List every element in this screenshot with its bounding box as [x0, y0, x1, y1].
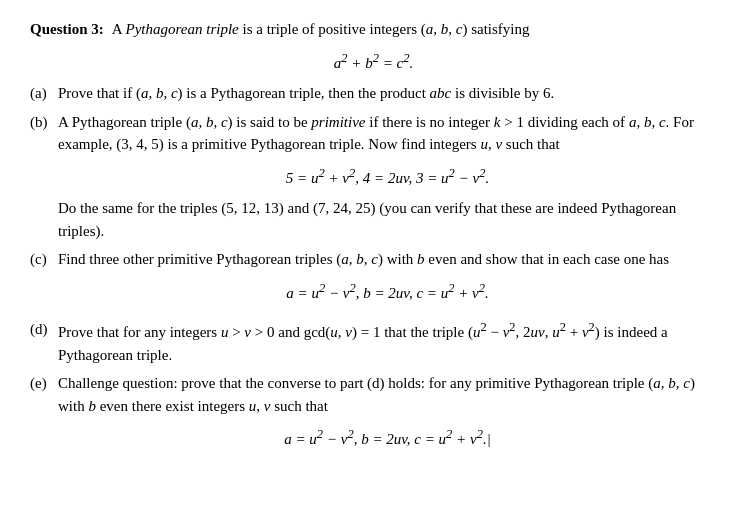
question-label: Question 3: [30, 18, 104, 41]
main-formula: a2 + b2 = c2. [30, 49, 717, 75]
formula-c: a = u2 − v2, b = 2uv, c = u2 + v2. [58, 279, 717, 305]
part-c-body: Find three other primitive Pythagorean t… [58, 248, 717, 312]
part-e-label: (e) [30, 372, 58, 395]
part-d: (d) Prove that for any integers u > v > … [30, 318, 717, 366]
part-c: (c) Find three other primitive Pythagore… [30, 248, 717, 312]
formula-b: 5 = u2 + v2, 4 = 2uv, 3 = u2 − v2. [58, 164, 717, 190]
part-c-label: (c) [30, 248, 58, 271]
question-header: Question 3: A Pythagorean triple is a tr… [30, 18, 717, 41]
part-a: (a) Prove that if (a, b, c) is a Pythago… [30, 82, 717, 105]
part-b: (b) A Pythagorean triple (a, b, c) is sa… [30, 111, 717, 243]
part-b-body: A Pythagorean triple (a, b, c) is said t… [58, 111, 717, 243]
question-intro: A Pythagorean triple is a triple of posi… [112, 18, 530, 41]
part-a-body: Prove that if (a, b, c) is a Pythagorean… [58, 82, 717, 105]
part-e-body: Challenge question: prove that the conve… [58, 372, 717, 459]
part-b-label: (b) [30, 111, 58, 134]
part-d-label: (d) [30, 318, 58, 341]
part-a-label: (a) [30, 82, 58, 105]
formula-e: a = u2 − v2, b = 2uv, c = u2 + v2.| [58, 425, 717, 451]
part-e: (e) Challenge question: prove that the c… [30, 372, 717, 459]
part-d-body: Prove that for any integers u > v > 0 an… [58, 318, 717, 366]
